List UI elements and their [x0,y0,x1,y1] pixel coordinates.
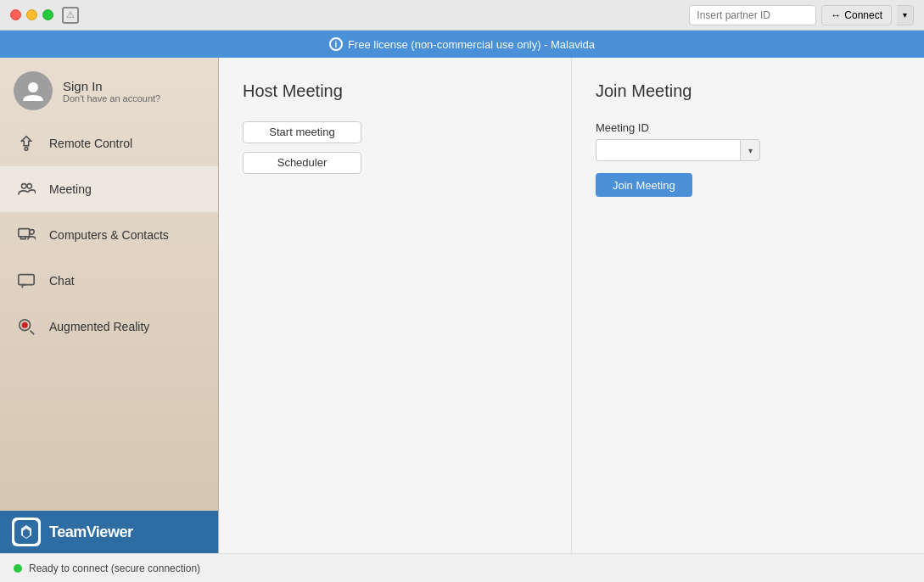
meeting-id-input[interactable] [596,139,740,161]
meeting-icon [15,178,37,200]
svg-line-9 [31,331,35,335]
connect-button[interactable]: ↔ Connect [821,5,892,25]
status-dot-icon [14,564,22,573]
traffic-lights [10,9,53,20]
sidebar-brand: TeamViewer [0,511,218,553]
svg-point-2 [22,184,27,189]
join-meeting-title: Join Meeting [596,81,900,101]
join-meeting-button[interactable]: Join Meeting [596,173,692,197]
sidebar-item-chat[interactable]: Chat [0,258,218,304]
statusbar: Ready to connect (secure connection) [0,553,924,582]
team-text: Team [49,523,87,540]
status-text: Ready to connect (secure connection) [29,562,200,574]
teamviewer-brand-text: TeamViewer [49,523,132,541]
avatar [14,71,53,110]
warning-icon: ⚠ [62,7,79,24]
content-area: Host Meeting Start meeting Scheduler Joi… [219,58,924,553]
sidebar-item-meeting[interactable]: Meeting [0,166,218,212]
maximize-button[interactable] [42,9,53,20]
svg-point-5 [30,230,34,235]
host-meeting-title: Host Meeting [243,81,547,101]
join-meeting-panel: Join Meeting Meeting ID ▾ Join Meeting [572,58,924,553]
meeting-label: Meeting [49,182,92,196]
viewer-text: Viewer [87,523,133,540]
chat-label: Chat [49,274,75,288]
user-info: Sign In Don't have an account? [63,79,160,104]
sidebar-item-computers-contacts[interactable]: Computers & Contacts [0,212,218,258]
main-layout: Sign In Don't have an account? Remote Co… [0,58,924,553]
augmented-reality-icon [15,316,37,338]
computers-contacts-label: Computers & Contacts [49,228,169,242]
start-meeting-button[interactable]: Start meeting [243,121,361,143]
user-section[interactable]: Sign In Don't have an account? [0,58,218,120]
meeting-id-dropdown[interactable]: ▾ [740,139,760,161]
host-meeting-panel: Host Meeting Start meeting Scheduler [219,58,572,553]
close-button[interactable] [10,9,21,20]
connect-dropdown[interactable]: ▾ [897,5,914,25]
svg-rect-4 [19,229,30,237]
augmented-reality-label: Augmented Reality [49,320,149,333]
chat-icon [15,270,37,292]
banner-text: Free license (non-commercial use only) -… [348,38,595,51]
scheduler-button[interactable]: Scheduler [243,152,361,174]
minimize-button[interactable] [26,9,37,20]
banner: i Free license (non-commercial use only)… [0,31,924,58]
remote-control-icon [15,132,37,154]
computers-contacts-icon [15,224,37,246]
connect-label: Connect [844,9,882,21]
svg-point-1 [25,148,28,151]
svg-point-0 [28,82,38,92]
sidebar-item-augmented-reality[interactable]: Augmented Reality [0,304,218,350]
sidebar: Sign In Don't have an account? Remote Co… [0,58,219,553]
info-icon: i [329,37,343,51]
meeting-id-row: ▾ [596,139,900,161]
titlebar: ⚠ ↔ Connect ▾ [0,0,924,31]
partner-id-input[interactable] [689,5,816,25]
svg-rect-6 [19,275,34,285]
user-subtext: Don't have an account? [63,93,160,104]
meeting-id-label: Meeting ID [596,121,900,134]
user-name: Sign In [63,79,160,93]
connect-arrow-icon: ↔ [831,9,841,21]
sidebar-item-remote-control[interactable]: Remote Control [0,120,218,166]
teamviewer-logo-icon [12,518,41,546]
svg-point-8 [22,322,27,327]
remote-control-label: Remote Control [49,137,132,150]
titlebar-right: ↔ Connect ▾ [689,5,914,25]
svg-point-3 [27,184,31,189]
